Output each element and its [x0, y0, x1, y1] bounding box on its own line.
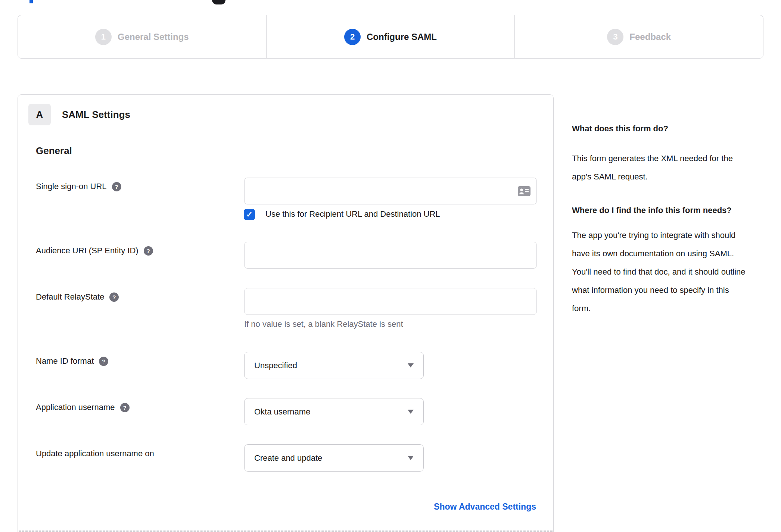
default-relaystate-label-text: Default RelayState: [36, 292, 104, 302]
checkmark-icon: ✓: [246, 210, 253, 219]
update-username-select[interactable]: Create and update: [244, 444, 424, 472]
step-label: General Settings: [118, 32, 189, 42]
audience-uri-label-text: Audience URI (SP Entity ID): [36, 246, 139, 256]
sidebar-paragraph: This form generates the XML needed for t…: [572, 149, 747, 186]
sidebar-heading: What does this form do?: [572, 123, 747, 134]
name-id-format-label: Name ID format ?: [36, 356, 108, 367]
step-number-badge: 1: [95, 29, 112, 45]
sidebar-heading: Where do I find the info this form needs…: [572, 203, 747, 218]
step-configure-saml[interactable]: 2 Configure SAML: [266, 15, 515, 58]
default-relaystate-label: Default RelayState ?: [36, 291, 119, 303]
audience-uri-label: Audience URI (SP Entity ID) ?: [36, 245, 153, 256]
sso-url-input[interactable]: [244, 178, 537, 204]
cutoff-blue-fragment: [29, 0, 33, 3]
name-id-format-label-text: Name ID format: [36, 356, 94, 366]
saml-settings-panel: A SAML Settings General Single sign-on U…: [18, 94, 554, 532]
sidebar-paragraph: The app you're trying to integrate with …: [572, 226, 747, 317]
name-id-format-value: Unspecified: [254, 361, 297, 370]
default-relaystate-input[interactable]: [244, 288, 537, 315]
application-username-label-text: Application username: [36, 403, 115, 412]
show-advanced-settings-link[interactable]: Show Advanced Settings: [434, 502, 536, 512]
help-sidebar: What does this form do? This form genera…: [572, 123, 747, 317]
cutoff-dark-fragment: [212, 0, 225, 4]
sso-url-label-text: Single sign-on URL: [36, 182, 107, 191]
name-id-format-select[interactable]: Unspecified: [244, 352, 424, 379]
use-for-recipient-checkbox[interactable]: ✓: [244, 209, 255, 220]
update-username-value: Create and update: [254, 453, 322, 463]
step-feedback[interactable]: 3 Feedback: [514, 15, 763, 58]
use-for-recipient-checkbox-label: Use this for Recipient URL and Destinati…: [265, 209, 440, 219]
application-username-select[interactable]: Okta username: [244, 398, 424, 425]
step-number-badge: 3: [607, 29, 623, 45]
help-icon[interactable]: ?: [120, 403, 130, 412]
help-icon[interactable]: ?: [144, 246, 153, 256]
general-subsection-title: General: [36, 145, 72, 157]
audience-uri-input[interactable]: [244, 242, 537, 269]
step-label: Feedback: [629, 32, 671, 42]
section-dashed-divider: [19, 531, 553, 532]
application-username-label: Application username ?: [36, 402, 130, 413]
section-title: SAML Settings: [62, 109, 130, 121]
update-username-label-text: Update application username on: [36, 449, 154, 459]
application-username-value: Okta username: [254, 407, 310, 417]
update-username-label: Update application username on: [36, 448, 154, 459]
contact-card-icon: [518, 186, 530, 198]
section-a-badge: A: [28, 104, 51, 125]
step-label: Configure SAML: [367, 32, 437, 42]
help-icon[interactable]: ?: [112, 182, 121, 191]
help-icon[interactable]: ?: [109, 292, 119, 302]
step-number-badge: 2: [344, 29, 361, 45]
dropdown-arrow-icon: [408, 410, 414, 414]
help-icon[interactable]: ?: [99, 357, 108, 366]
relaystate-hint: If no value is set, a blank RelayState i…: [244, 319, 403, 329]
dropdown-arrow-icon: [408, 363, 414, 367]
step-general-settings[interactable]: 1 General Settings: [18, 15, 266, 58]
wizard-stepper: 1 General Settings 2 Configure SAML 3 Fe…: [18, 15, 763, 59]
dropdown-arrow-icon: [408, 456, 414, 460]
sso-url-label: Single sign-on URL ?: [36, 181, 121, 192]
